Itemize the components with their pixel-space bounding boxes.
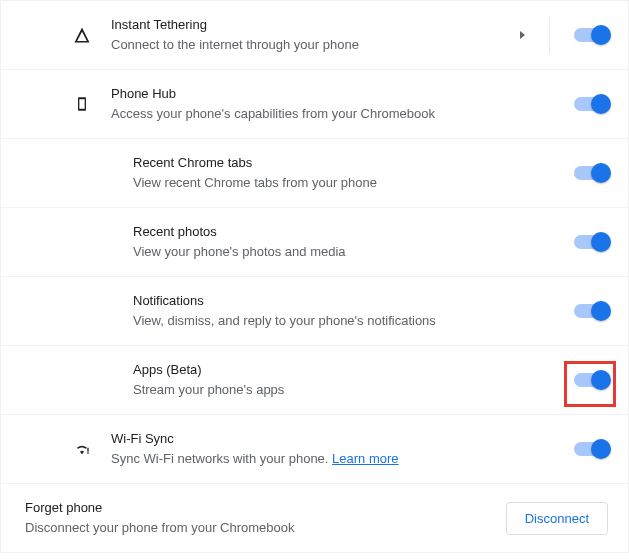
row-desc: View recent Chrome tabs from your phone xyxy=(133,173,574,193)
row-instant-tethering[interactable]: Instant Tethering Connect to the interne… xyxy=(1,1,628,70)
toggle-apps-beta[interactable] xyxy=(574,373,608,387)
row-desc: Access your phone's capabilities from yo… xyxy=(111,104,574,124)
toggle-wifi-sync[interactable] xyxy=(574,442,608,456)
toggle-recent-tabs[interactable] xyxy=(574,166,608,180)
chevron-right-icon xyxy=(520,31,525,39)
separator xyxy=(549,17,550,53)
row-desc: Sync Wi-Fi networks with your phone. Lea… xyxy=(111,449,574,469)
phone-icon xyxy=(1,95,111,113)
disconnect-button[interactable]: Disconnect xyxy=(506,502,608,535)
row-title: Wi-Fi Sync xyxy=(111,429,574,449)
row-title: Notifications xyxy=(133,291,574,311)
row-recent-photos[interactable]: Recent photos View your phone's photos a… xyxy=(1,208,628,277)
row-notifications[interactable]: Notifications View, dismiss, and reply t… xyxy=(1,277,628,346)
footer: Forget phone Disconnect your phone from … xyxy=(1,483,628,552)
row-title: Apps (Beta) xyxy=(133,360,574,380)
row-title: Recent Chrome tabs xyxy=(133,153,574,173)
footer-desc: Disconnect your phone from your Chromebo… xyxy=(25,518,506,538)
row-phone-hub[interactable]: Phone Hub Access your phone's capabiliti… xyxy=(1,70,628,139)
row-desc: View, dismiss, and reply to your phone's… xyxy=(133,311,574,331)
settings-panel: Instant Tethering Connect to the interne… xyxy=(0,0,629,553)
row-title: Phone Hub xyxy=(111,84,574,104)
toggle-recent-photos[interactable] xyxy=(574,235,608,249)
row-title: Instant Tethering xyxy=(111,15,520,35)
row-desc: Connect to the internet through your pho… xyxy=(111,35,520,55)
footer-title: Forget phone xyxy=(25,498,506,518)
wifi-icon xyxy=(1,441,111,457)
row-wifi-sync[interactable]: Wi-Fi Sync Sync Wi-Fi networks with your… xyxy=(1,415,628,483)
row-title: Recent photos xyxy=(133,222,574,242)
toggle-instant-tethering[interactable] xyxy=(574,28,608,42)
row-apps-beta[interactable]: Apps (Beta) Stream your phone's apps xyxy=(1,346,628,415)
wifi-sync-desc-text: Sync Wi-Fi networks with your phone. xyxy=(111,451,332,466)
learn-more-link[interactable]: Learn more xyxy=(332,451,398,466)
row-desc: View your phone's photos and media xyxy=(133,242,574,262)
toggle-phone-hub[interactable] xyxy=(574,97,608,111)
toggle-notifications[interactable] xyxy=(574,304,608,318)
row-recent-tabs[interactable]: Recent Chrome tabs View recent Chrome ta… xyxy=(1,139,628,208)
row-desc: Stream your phone's apps xyxy=(133,380,574,400)
signal-icon xyxy=(1,26,111,44)
